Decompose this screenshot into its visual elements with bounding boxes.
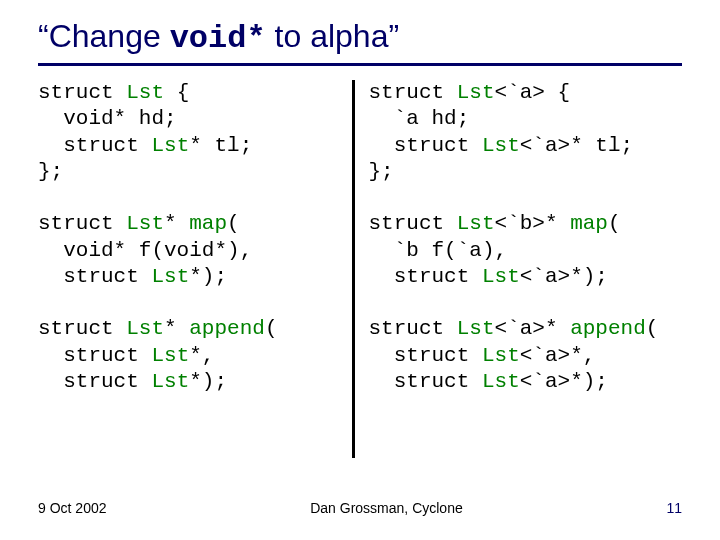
- code-text: };: [369, 160, 394, 183]
- code-text: <`a>*);: [520, 265, 608, 288]
- code-text: *: [164, 212, 189, 235]
- slide-footer: 9 Oct 2002 Dan Grossman, Cyclone 11: [38, 500, 682, 516]
- code-ident: append: [189, 317, 265, 340]
- code-ident: Lst: [457, 212, 495, 235]
- code-text: struct: [369, 134, 482, 157]
- code-text: (: [646, 317, 659, 340]
- code-text: {: [164, 81, 189, 104]
- slide: “Change void* to alpha” struct Lst { voi…: [0, 0, 720, 540]
- code-columns: struct Lst { void* hd; struct Lst* tl; }…: [38, 80, 682, 460]
- code-ident: Lst: [457, 81, 495, 104]
- code-text: <`b>*: [495, 212, 571, 235]
- code-ident: Lst: [151, 370, 189, 393]
- code-text: struct: [38, 344, 151, 367]
- slide-title: “Change void* to alpha”: [38, 18, 682, 57]
- code-text: *: [164, 317, 189, 340]
- code-text: * tl;: [189, 134, 252, 157]
- code-right: struct Lst<`a> { `a hd; struct Lst<`a>* …: [355, 80, 683, 460]
- title-code: void*: [170, 20, 266, 57]
- code-text: (: [227, 212, 240, 235]
- code-text: <`a>*: [495, 317, 571, 340]
- code-text: };: [38, 160, 63, 183]
- code-ident: Lst: [457, 317, 495, 340]
- code-ident: Lst: [482, 265, 520, 288]
- code-text: struct: [38, 212, 126, 235]
- code-text: `b f(`a),: [369, 239, 508, 262]
- footer-page-number: 11: [666, 500, 682, 516]
- code-text: (: [265, 317, 278, 340]
- code-text: struct: [369, 81, 457, 104]
- code-text: struct: [369, 344, 482, 367]
- code-text: (: [608, 212, 621, 235]
- footer-author: Dan Grossman, Cyclone: [310, 500, 463, 516]
- code-text: struct: [369, 265, 482, 288]
- code-ident: append: [570, 317, 646, 340]
- code-text: void* f(void*),: [38, 239, 252, 262]
- code-text: struct: [38, 81, 126, 104]
- code-text: struct: [369, 317, 457, 340]
- code-ident: Lst: [151, 344, 189, 367]
- code-text: <`a>* tl;: [520, 134, 633, 157]
- footer-date: 9 Oct 2002: [38, 500, 107, 516]
- code-left: struct Lst { void* hd; struct Lst* tl; }…: [38, 80, 352, 460]
- code-text: struct: [38, 265, 151, 288]
- title-rule: [38, 63, 682, 66]
- code-ident: Lst: [151, 134, 189, 157]
- code-text: void* hd;: [38, 107, 177, 130]
- title-pre: “Change: [38, 18, 170, 54]
- code-text: <`a> {: [495, 81, 571, 104]
- code-ident: map: [570, 212, 608, 235]
- code-ident: Lst: [151, 265, 189, 288]
- code-text: <`a>*);: [520, 370, 608, 393]
- code-text: `a hd;: [369, 107, 470, 130]
- code-ident: Lst: [126, 317, 164, 340]
- code-text: <`a>*,: [520, 344, 596, 367]
- code-text: *);: [189, 370, 227, 393]
- code-text: *,: [189, 344, 214, 367]
- code-text: *);: [189, 265, 227, 288]
- code-text: struct: [38, 370, 151, 393]
- code-ident: Lst: [126, 81, 164, 104]
- code-ident: Lst: [482, 134, 520, 157]
- code-ident: Lst: [126, 212, 164, 235]
- title-post: to alpha”: [266, 18, 399, 54]
- code-text: struct: [369, 212, 457, 235]
- code-text: struct: [369, 370, 482, 393]
- code-ident: Lst: [482, 370, 520, 393]
- code-ident: Lst: [482, 344, 520, 367]
- code-ident: map: [189, 212, 227, 235]
- code-text: struct: [38, 134, 151, 157]
- code-text: struct: [38, 317, 126, 340]
